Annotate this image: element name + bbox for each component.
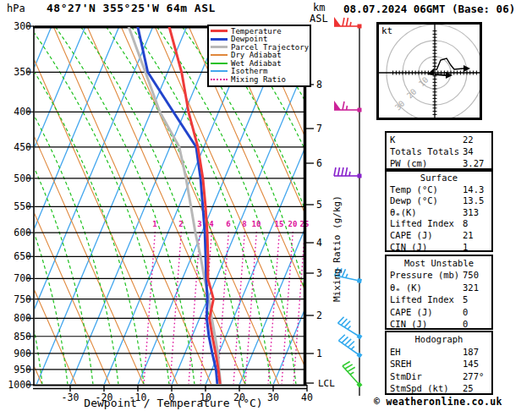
isotherm-line-swatch <box>211 70 228 72</box>
svg-text:1: 1 <box>152 220 156 228</box>
panel-row: Pressure (mb)750 <box>390 269 488 281</box>
panel-row: θₑ(K)313 <box>390 207 488 219</box>
indices-panel: K22 Totals Totals34 PW (cm)3.27 <box>385 131 493 170</box>
hodograph-stats-panel: Hodograph EH187 SREH145 StmDir277° StmSp… <box>385 331 493 395</box>
svg-text:4: 4 <box>209 220 214 228</box>
legend-item-isotherm: Isotherm <box>211 68 310 76</box>
svg-text:550: 550 <box>14 200 31 212</box>
svg-text:6: 6 <box>316 157 322 169</box>
svg-text:950: 950 <box>14 364 31 375</box>
panel-row: Dewp (°C)13.5 <box>390 195 488 207</box>
svg-text:4: 4 <box>316 237 322 249</box>
svg-text:700: 700 <box>14 272 31 284</box>
mixing-ratio-axis-label: Mixing Ratio (g/kg) <box>332 195 343 302</box>
wet-adiabat-line-swatch <box>211 63 228 64</box>
svg-text:8: 8 <box>316 79 322 90</box>
svg-text:7: 7 <box>316 123 322 134</box>
panel-row: EH187 <box>390 346 488 359</box>
svg-text:650: 650 <box>14 250 31 262</box>
asl-unit-label: ASL <box>310 13 328 25</box>
svg-text:400: 400 <box>14 106 31 118</box>
wind-barb <box>337 316 365 340</box>
legend-item-parcel: Parcel Trajectory <box>211 43 310 52</box>
svg-text:500: 500 <box>14 173 31 184</box>
legend-label: Dry Adiabat <box>231 51 282 59</box>
svg-text:900: 900 <box>14 348 31 359</box>
legend-label: Isotherm <box>231 67 267 75</box>
panel-row: StmDir277° <box>390 370 488 383</box>
legend-item-dry-adiabat: Dry Adiabat <box>211 52 310 60</box>
legend-label: Temperature <box>231 27 282 36</box>
km-unit-label: km <box>313 2 325 14</box>
panel-title: Surface <box>390 173 488 184</box>
svg-text:350: 350 <box>14 66 31 78</box>
wind-barb <box>341 360 367 388</box>
svg-text:3: 3 <box>316 267 322 279</box>
wind-barb <box>334 17 362 29</box>
panel-title: Hodograph <box>390 333 488 346</box>
svg-text:6: 6 <box>226 220 230 228</box>
footer-credit: © weatheronline.co.uk <box>374 396 502 408</box>
pressure-unit-label: hPa <box>7 3 25 14</box>
svg-text:1000: 1000 <box>8 379 31 391</box>
svg-text:800: 800 <box>14 312 31 324</box>
panel-row: Lifted Index5 <box>390 293 488 305</box>
panel-row: Totals Totals34 <box>390 145 488 157</box>
wind-barb <box>334 167 362 178</box>
wind-barb <box>334 101 362 112</box>
panel-row: Lifted Index8 <box>390 218 488 230</box>
x-axis-label: Dewpoint / Temperature (°C) <box>34 397 313 409</box>
chart-title: 48°27'N 355°25'W 64m ASL <box>47 2 216 14</box>
panel-row: Temp (°C)14.3 <box>390 184 488 196</box>
most-unstable-panel: Most Unstable Pressure (mb)750 θₑ (K)321… <box>385 255 493 330</box>
panel-row: CIN (J)1 <box>390 242 488 254</box>
svg-text:2: 2 <box>316 310 322 321</box>
svg-text:2: 2 <box>178 220 183 228</box>
legend-item-dewpoint: Dewpoint <box>211 36 310 44</box>
svg-text:8: 8 <box>242 220 246 228</box>
panel-title: Most Unstable <box>390 257 488 269</box>
sounding-page: 3003504004505005506006507007508008509009… <box>0 0 532 411</box>
dewpoint-line-swatch <box>211 38 228 41</box>
legend-item-temperature: Temperature <box>211 27 310 36</box>
legend-label: Mixing Ratio <box>231 75 286 84</box>
panel-row: CAPE (J)0 <box>390 306 488 318</box>
panel-row: PW (cm)3.27 <box>390 157 488 169</box>
svg-text:450: 450 <box>14 141 31 153</box>
legend-label: Parcel Trajectory <box>231 43 309 52</box>
mixing-ratio-line-swatch <box>211 79 228 80</box>
svg-text:300: 300 <box>14 20 31 32</box>
svg-text:10: 10 <box>252 220 261 228</box>
lcl-label: LCL <box>318 378 335 389</box>
svg-text:850: 850 <box>14 331 31 342</box>
legend-item-wet-adiabat: Wet Adiabat <box>211 59 310 68</box>
km-axis: 87654321 <box>306 79 322 383</box>
legend: Temperature Dewpoint Parcel Trajectory D… <box>207 25 311 87</box>
hodograph-unit-label: kt <box>381 25 392 36</box>
dry-adiabat-line-swatch <box>211 54 228 56</box>
svg-text:600: 600 <box>14 227 31 238</box>
panel-row: CIN (J)0 <box>390 318 488 330</box>
svg-text:5: 5 <box>316 199 322 211</box>
svg-text:1: 1 <box>316 348 322 359</box>
panel-row: SREH145 <box>390 358 488 370</box>
svg-text:750: 750 <box>14 293 31 305</box>
panel-row: θₑ (K)321 <box>390 282 488 293</box>
svg-text:3: 3 <box>197 220 201 228</box>
panel-row: CAPE (J)21 <box>390 230 488 242</box>
timestamp: 08.07.2024 06GMT (Base: 06) <box>343 3 515 15</box>
legend-label: Dewpoint <box>231 35 267 43</box>
svg-text:15: 15 <box>275 220 284 228</box>
parcel-line-swatch <box>211 46 228 48</box>
svg-text:20: 20 <box>288 220 298 228</box>
wind-barb <box>337 334 366 359</box>
legend-label: Wet Adiabat <box>231 59 282 68</box>
hodograph: 102030 <box>378 24 484 122</box>
panel-row: StmSpd (kt)25 <box>390 382 488 395</box>
panel-row: K22 <box>390 134 488 145</box>
surface-panel: Surface Temp (°C)14.3 Dewp (°C)13.5 θₑ(K… <box>385 170 493 252</box>
legend-item-mixing-ratio: Mixing Ratio <box>211 75 310 84</box>
temperature-line-swatch <box>211 30 228 32</box>
